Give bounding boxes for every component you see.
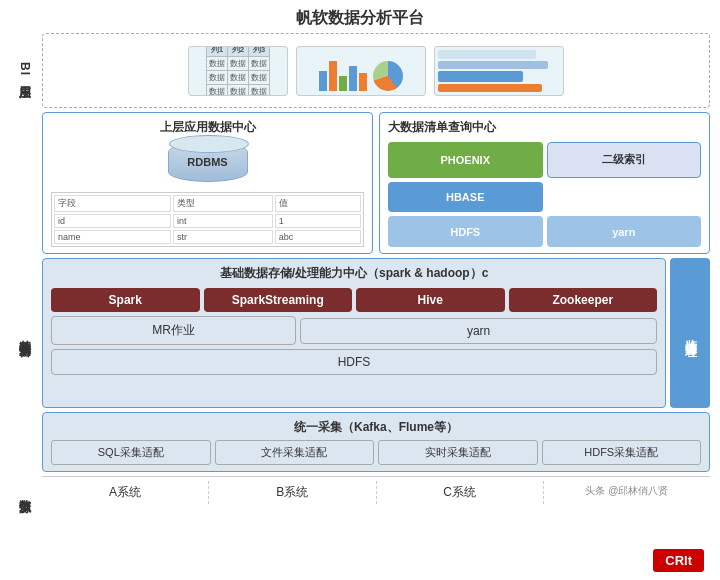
datasource-watermark: 头条 @邱林俏八贤 [544, 481, 710, 504]
foundation-layer-content: 基础数据存储/处理能力中心（spark & hadoop）c Spark Spa… [42, 258, 666, 408]
bi-layer-label: BI应用层 [10, 33, 38, 108]
zookeeper-box: Zookeeper [509, 288, 658, 312]
monitor-panel: 监控管理 [670, 258, 710, 408]
middle-section: 上层应用数据中心 RDBMS 字段类型值 idint1 namestrabc 大… [42, 112, 710, 254]
right-dc-title: 大数据清单查询中心 [388, 119, 701, 136]
top-title-section: 帆软数据分析平台 [10, 8, 710, 29]
collection-item-file: 文件采集适配 [215, 440, 375, 465]
main-container: 帆软数据分析平台 BI应用层 列1列2列3 数据数据数据 数据数据数据 数据数据… [0, 0, 720, 580]
right-dc-grid: PHOENIX 二级索引 HBASE HDFS yarn [388, 142, 701, 247]
datasource-label: 数据源 [10, 476, 38, 504]
hdfs-right-box: HDFS [388, 216, 543, 247]
mr-box: MR作业 [51, 316, 296, 345]
collection-item-realtime: 实时采集适配 [378, 440, 538, 465]
right-data-center: 大数据清单查询中心 PHOENIX 二级索引 HBASE HDFS yarn [379, 112, 710, 254]
crit-label: CRIt [653, 549, 704, 572]
datasource-row: 数据源 A系统 B系统 C系统 头条 @邱林俏八贤 [10, 476, 710, 504]
bi-layer-row: BI应用层 列1列2列3 数据数据数据 数据数据数据 数据数据数据 [10, 33, 710, 108]
rdbms-container: RDBMS [168, 142, 248, 182]
collection-item-hdfs: HDFS采集适配 [542, 440, 702, 465]
collection-layer-row: 统一采集（Kafka、Flume等） SQL采集适配 文件采集适配 实时采集适配… [10, 412, 710, 472]
yarn-box: yarn [300, 318, 657, 344]
foundation-layer-row: 基础数据平台层 基础数据存储/处理能力中心（spark & hadoop）c S… [10, 258, 710, 408]
datasource-c: C系统 [377, 481, 544, 504]
screenshot-1: 列1列2列3 数据数据数据 数据数据数据 数据数据数据 [188, 46, 288, 96]
screenshot-3 [434, 46, 564, 96]
hive-box: Hive [356, 288, 505, 312]
table-preview: 字段类型值 idint1 namestrabc [51, 192, 364, 247]
bi-screenshots: 列1列2列3 数据数据数据 数据数据数据 数据数据数据 [188, 40, 564, 101]
datasource-b: B系统 [209, 481, 376, 504]
hdfs-row: HDFS [51, 349, 657, 375]
screenshot-2 [296, 46, 426, 96]
hbase-box: HBASE [388, 182, 543, 213]
tech-row-main: Spark SparkStreaming Hive Zookeeper [51, 288, 657, 312]
spark-box: Spark [51, 288, 200, 312]
empty-box [547, 182, 702, 213]
collection-item-sql: SQL采集适配 [51, 440, 211, 465]
middle-layer-row: 上层应用数据中心 RDBMS 字段类型值 idint1 namestrabc 大… [10, 112, 710, 254]
foundation-right: 基础数据存储/处理能力中心（spark & hadoop）c Spark Spa… [42, 258, 710, 408]
foundation-with-monitor: 基础数据存储/处理能力中心（spark & hadoop）c Spark Spa… [42, 258, 710, 408]
secondary-index-box: 二级索引 [547, 142, 702, 178]
left-data-center: 上层应用数据中心 RDBMS 字段类型值 idint1 namestrabc [42, 112, 373, 254]
left-dc-title: 上层应用数据中心 [160, 119, 256, 136]
mr-yarn-row: MR作业 yarn [51, 316, 657, 345]
collection-items: SQL采集适配 文件采集适配 实时采集适配 HDFS采集适配 [51, 440, 701, 465]
hdfs-box: HDFS [51, 349, 657, 375]
foundation-layer-label: 基础数据平台层 [10, 258, 38, 408]
collection-layer-content: 统一采集（Kafka、Flume等） SQL采集适配 文件采集适配 实时采集适配… [42, 412, 710, 472]
sparkstreaming-box: SparkStreaming [204, 288, 353, 312]
rdbms-label: RDBMS [187, 156, 227, 168]
rdbms-cylinder: RDBMS [168, 142, 248, 182]
crit-watermark: CRIt [653, 549, 704, 572]
datasource-items: A系统 B系统 C系统 头条 @邱林俏八贤 [42, 476, 710, 504]
yarn-right-box: yarn [547, 216, 702, 247]
collection-title: 统一采集（Kafka、Flume等） [51, 419, 701, 436]
datasource-a: A系统 [42, 481, 209, 504]
bi-layer-content: 列1列2列3 数据数据数据 数据数据数据 数据数据数据 [42, 33, 710, 108]
foundation-title: 基础数据存储/处理能力中心（spark & hadoop）c [51, 265, 657, 282]
phoenix-box: PHOENIX [388, 142, 543, 178]
platform-title: 帆软数据分析平台 [296, 9, 424, 26]
